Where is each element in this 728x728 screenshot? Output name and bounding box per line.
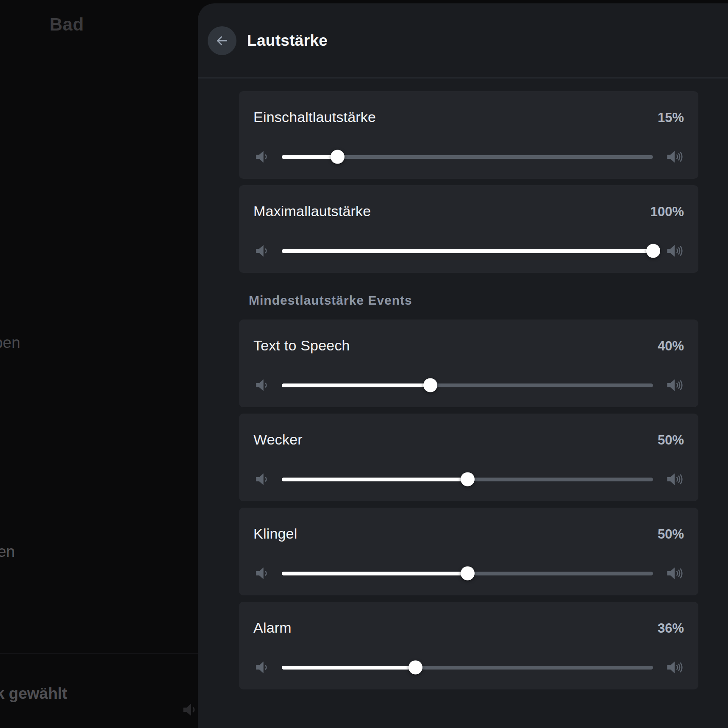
volume-slider[interactable] <box>282 666 653 670</box>
volume-high-icon <box>664 147 684 167</box>
volume-high-icon <box>664 241 684 261</box>
slider-thumb[interactable] <box>646 244 660 258</box>
volume-low-icon <box>253 659 270 676</box>
volume-low-icon <box>253 377 270 394</box>
back-button[interactable] <box>208 26 236 55</box>
slider-row <box>253 565 684 582</box>
card-header-row: Klingel 50% <box>253 508 684 542</box>
volume-slider[interactable] <box>282 383 653 387</box>
volume-slider-card: Klingel 50% <box>239 508 698 595</box>
volume-high-icon <box>664 564 684 583</box>
slider-value: 40% <box>658 339 684 354</box>
slider-value: 36% <box>658 621 684 636</box>
panel-header: Lautstärke <box>198 3 728 78</box>
slider-fill <box>282 572 467 575</box>
volume-low-icon <box>181 701 198 720</box>
slider-row <box>253 148 684 165</box>
slider-row <box>253 377 684 394</box>
slider-label: Maximallautstärke <box>253 203 371 220</box>
volume-low-icon <box>253 148 270 165</box>
slider-thumb[interactable] <box>423 378 437 392</box>
slider-thumb[interactable] <box>461 567 475 581</box>
volume-low-icon <box>253 565 270 582</box>
background-partial-text: pen <box>0 334 20 352</box>
background-app: Bad pen en k gewählt <box>0 0 198 728</box>
slider-row <box>253 242 684 259</box>
volume-high-icon <box>664 470 684 489</box>
volume-slider[interactable] <box>282 572 653 575</box>
slider-value: 15% <box>658 110 684 125</box>
slider-value: 100% <box>650 204 684 220</box>
card-header-row: Text to Speech 40% <box>253 320 684 354</box>
background-divider <box>0 653 198 654</box>
volume-high-icon <box>664 375 684 395</box>
volume-low-icon <box>253 471 270 488</box>
volume-slider[interactable] <box>282 155 653 159</box>
slider-fill <box>282 383 430 387</box>
slider-thumb[interactable] <box>331 150 345 164</box>
volume-slider-card: Einschaltlautstärke 15% <box>239 91 698 179</box>
volume-slider-card: Wecker 50% <box>239 414 698 501</box>
volume-high-icon <box>664 658 684 677</box>
slider-value: 50% <box>658 433 684 448</box>
page-title: Lautstärke <box>247 32 328 50</box>
slider-fill <box>282 155 337 159</box>
slider-fill <box>282 249 653 253</box>
slider-value: 50% <box>658 527 684 542</box>
card-header-row: Alarm 36% <box>253 602 684 636</box>
card-header-row: Einschaltlautstärke 15% <box>253 91 684 126</box>
card-header-row: Wecker 50% <box>253 414 684 448</box>
slider-row <box>253 659 684 676</box>
background-partial-text: k gewählt <box>0 685 67 703</box>
volume-slider-card: Alarm 36% <box>239 602 698 689</box>
arrow-left-icon <box>214 33 230 48</box>
card-header-row: Maximallautstärke 100% <box>253 185 684 220</box>
volume-low-icon <box>253 242 270 259</box>
volume-slider[interactable] <box>282 478 653 481</box>
slider-thumb[interactable] <box>408 661 422 675</box>
slider-label: Text to Speech <box>253 337 350 354</box>
room-title: Bad <box>50 14 84 35</box>
slider-row <box>253 471 684 488</box>
volume-panel: Lautstärke Einschaltlautstärke 15% <box>198 3 728 728</box>
volume-slider-card: Maximallautstärke 100% <box>239 185 698 273</box>
section-header: Mindestlautstärke Events <box>249 293 698 308</box>
slider-list: Einschaltlautstärke 15% <box>198 78 728 689</box>
background-partial-text: en <box>0 543 15 561</box>
slider-fill <box>282 478 467 481</box>
volume-slider-card: Text to Speech 40% <box>239 320 698 407</box>
slider-fill <box>282 666 415 670</box>
slider-label: Klingel <box>253 525 297 542</box>
slider-label: Einschaltlautstärke <box>253 109 376 125</box>
slider-label: Alarm <box>253 620 292 636</box>
volume-slider[interactable] <box>282 249 653 253</box>
slider-thumb[interactable] <box>461 472 475 486</box>
slider-label: Wecker <box>253 431 303 448</box>
